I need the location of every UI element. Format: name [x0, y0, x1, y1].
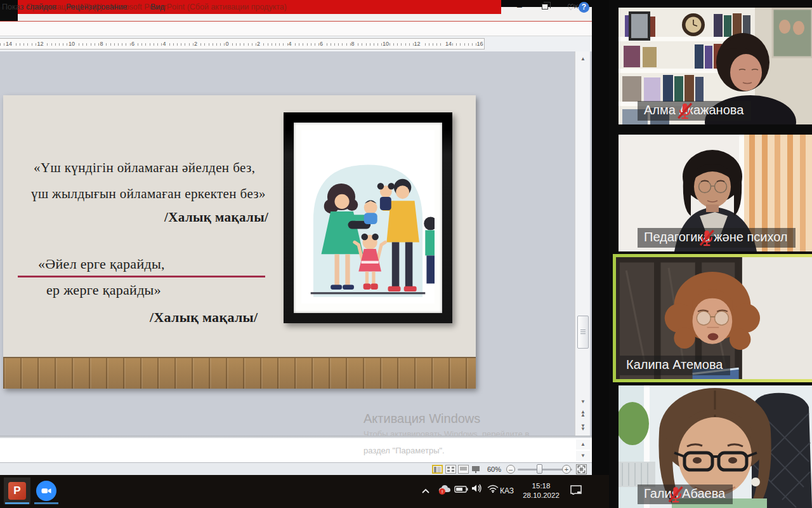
powerpoint-icon: P — [8, 482, 26, 500]
quote2-line2[interactable]: ер жерге қарайды» — [46, 282, 161, 298]
picture-mat — [294, 123, 442, 313]
help-icon[interactable]: ? — [579, 2, 589, 13]
ruler-label: 14 — [445, 41, 452, 47]
slide-floor-graphic — [3, 357, 476, 389]
tray-expand-chevron-icon[interactable] — [421, 485, 430, 497]
quote1-line1[interactable]: «Үш күндігін ойламаған әйелден без, — [34, 160, 255, 176]
muted-mic-icon — [619, 229, 638, 248]
next-slide-button[interactable]: ▼▼ — [576, 422, 590, 436]
tray-battery-icon[interactable] — [454, 484, 468, 495]
zoom-level-button[interactable]: 60% — [487, 465, 501, 473]
ruler-label: 2 — [256, 41, 261, 47]
notes-pane[interactable]: раздел "Параметры". ▲ ▼ — [0, 438, 592, 462]
tray-clock[interactable]: 15:18 28.10.2022 — [518, 481, 565, 500]
fit-slide-to-window-button[interactable] — [576, 464, 587, 474]
open-app-underline — [34, 502, 58, 504]
scroll-up-button[interactable]: ▲ — [576, 54, 590, 64]
zoom-app-icon — [36, 481, 56, 501]
family-picture-frame[interactable] — [284, 112, 452, 323]
menu-bar — [0, 21, 592, 36]
ruler-label: 10 — [68, 41, 75, 47]
menu-slideshow-tab[interactable]: Показ слайдов — [2, 3, 56, 11]
scroll-down-button[interactable]: ▼ — [576, 397, 590, 407]
family-illustration — [301, 130, 435, 305]
activation-watermark-title: Активация Windows — [363, 411, 480, 426]
tray-wifi-icon[interactable] — [487, 484, 499, 495]
quote1-attribution[interactable]: /Халық мақалы/ — [164, 210, 268, 225]
favorites-heart-icon[interactable]: ♡ — [567, 3, 575, 12]
quote2-line1[interactable]: «Әйел ерге қарайды, — [38, 256, 165, 272]
notes-scroll-up[interactable]: ▲ — [576, 439, 590, 450]
ruler-label: 4 — [162, 41, 167, 47]
ruler-label: 8 — [351, 41, 355, 47]
menu-review-tab[interactable]: Рецензирование — [66, 3, 128, 11]
status-bar: 60% – + — [0, 462, 592, 475]
restore-button[interactable] — [542, 4, 548, 10]
earring — [751, 478, 760, 486]
slide-sorter-view-button[interactable] — [445, 465, 456, 474]
participant-video-4[interactable]: Галия Абаева — [619, 385, 812, 508]
taskbar-zoom-button[interactable] — [33, 478, 60, 504]
tray-time: 15:18 — [518, 481, 565, 491]
quote2-attribution[interactable]: /Халық мақалы/ — [150, 309, 258, 326]
quote1-line2[interactable]: үш жылдығын ойламаған еркектен без» — [31, 186, 266, 202]
participant-video-1[interactable]: Алма Акажанова — [619, 8, 812, 124]
minimize-button[interactable]: – — [510, 1, 529, 13]
normal-view-button[interactable] — [432, 465, 443, 474]
menu-view-tab[interactable]: Вид — [150, 3, 165, 11]
tray-speaker-icon[interactable] — [471, 484, 483, 495]
muted-mic-icon — [619, 485, 638, 504]
vertical-scrollbar[interactable] — [575, 51, 590, 436]
ruler-label: 2 — [193, 41, 198, 47]
svg-text:!: ! — [442, 489, 443, 495]
wall-picture — [773, 9, 812, 57]
ruler-label: 12 — [414, 41, 421, 47]
ruler-label: 0 — [225, 41, 230, 47]
windows-taskbar: P ! КАЗ 15:18 28.10.2022 — [0, 475, 609, 508]
ruler-row: 14121086420246810121416 — [0, 36, 592, 51]
slideshow-view-button[interactable] — [471, 465, 481, 474]
ruler-label: 8 — [100, 41, 104, 47]
muted-mic-icon — [619, 102, 638, 121]
taskbar-powerpoint-button[interactable]: P — [4, 478, 30, 504]
action-center-icon[interactable] — [570, 485, 582, 497]
zoom-in-button[interactable]: + — [562, 465, 571, 474]
zoom-out-button[interactable]: – — [506, 465, 515, 474]
scrollbar-thumb[interactable] — [577, 316, 589, 349]
tray-language-indicator[interactable]: КАЗ — [500, 486, 514, 495]
zoom-slider-thumb[interactable] — [537, 464, 542, 474]
ruler-label: 10 — [382, 41, 390, 47]
quote-underline — [18, 276, 265, 277]
ruler-label: 12 — [37, 41, 44, 47]
ruler-label: 6 — [319, 41, 324, 47]
ruler-label: 16 — [476, 41, 484, 47]
slide-canvas[interactable]: «Үш күндігін ойламаған әйелден без, үш ж… — [3, 95, 476, 389]
notes-scroll-down[interactable]: ▼ — [576, 451, 590, 461]
tray-onedrive-alert-icon[interactable]: ! — [438, 484, 452, 498]
reading-view-button[interactable] — [458, 465, 469, 474]
ruler-label: 14 — [5, 41, 13, 47]
participant-video-2[interactable]: Педагогика және психол — [619, 135, 812, 251]
slide-workspace: «Үш күндігін ойламаған әйелден без, үш ж… — [0, 51, 592, 436]
meeting-video-strip: Алма Акажанова — [609, 0, 812, 508]
ruler-label: 4 — [288, 41, 292, 47]
tray-date: 28.10.2022 — [518, 491, 565, 500]
ruler-label: 6 — [131, 41, 135, 47]
participant-video-3[interactable]: Калипа Атемова — [616, 257, 812, 379]
participant-name: Калипа Атемова — [620, 356, 730, 375]
activation-watermark-text2: раздел "Параметры". — [363, 446, 445, 455]
ruler: 14121086420246810121416 — [0, 38, 485, 50]
active-app-underline — [5, 502, 29, 504]
previous-slide-button[interactable]: ▲▲ — [576, 408, 590, 422]
